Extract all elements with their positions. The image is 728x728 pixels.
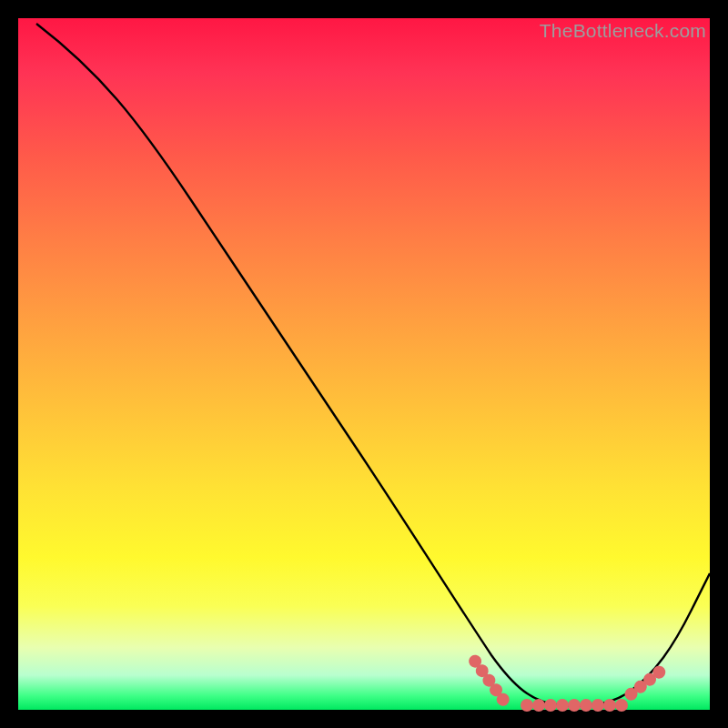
plot-area: TheBottleneck.com [18,18,710,710]
chart-frame: TheBottleneck.com [0,0,728,728]
bottleneck-curve [18,18,710,710]
marker-group-flat [521,699,630,712]
